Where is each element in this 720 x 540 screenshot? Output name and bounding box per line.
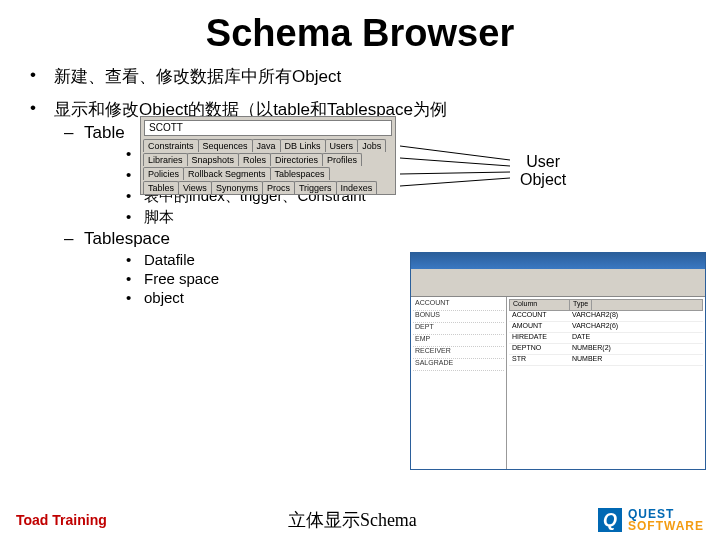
object-list[interactable]: ACCOUNT BONUS DEPT EMP RECEIVER SALGRADE xyxy=(411,297,507,469)
tab-dblinks[interactable]: DB Links xyxy=(280,139,326,152)
tab-constraints[interactable]: Constraints xyxy=(143,139,199,152)
tab-java[interactable]: Java xyxy=(252,139,281,152)
grid-row: AMOUNTVARCHAR2(6) xyxy=(509,322,703,333)
footer-note: 立体显示Schema xyxy=(107,508,598,532)
list-item[interactable]: DEPT xyxy=(413,323,504,335)
toolbar xyxy=(411,269,705,297)
ts-item-3: object xyxy=(144,289,184,306)
tab-indexes[interactable]: Indexes xyxy=(336,181,378,194)
list-item[interactable]: RECEIVER xyxy=(413,347,504,359)
list-item[interactable]: ACCOUNT xyxy=(413,299,504,311)
svg-line-1 xyxy=(400,158,510,166)
tab-policies[interactable]: Policies xyxy=(143,167,184,180)
schema-browser-window: ACCOUNT BONUS DEPT EMP RECEIVER SALGRADE… xyxy=(410,252,706,470)
tab-snapshots[interactable]: Snapshots xyxy=(187,153,240,166)
tab-roles[interactable]: Roles xyxy=(238,153,271,166)
detail-grid: Column Type ACCOUNTVARCHAR2(8) AMOUNTVAR… xyxy=(507,297,705,469)
list-item[interactable]: BONUS xyxy=(413,311,504,323)
bullet-1: 新建、查看、修改数据库中所有Object xyxy=(54,65,341,88)
svg-line-3 xyxy=(400,178,510,186)
quest-logo: Q QUEST SOFTWARE xyxy=(598,508,704,532)
sub-tablespace: Tablespace xyxy=(84,229,170,249)
tab-tables[interactable]: Tables xyxy=(143,181,179,194)
tab-triggers[interactable]: Triggers xyxy=(294,181,337,194)
sub-table: Table xyxy=(84,123,125,143)
ts-item-2: Free space xyxy=(144,270,219,287)
slide-title: Schema Browser xyxy=(0,12,720,55)
grid-row: STRNUMBER xyxy=(509,355,703,366)
tab-views[interactable]: Views xyxy=(178,181,212,194)
logo-q-icon: Q xyxy=(598,508,622,532)
grid-row: ACCOUNTVARCHAR2(8) xyxy=(509,311,703,322)
tab-libraries[interactable]: Libraries xyxy=(143,153,188,166)
grid-row: HIREDATEDATE xyxy=(509,333,703,344)
footer-brand: Toad Training xyxy=(16,512,107,528)
annotation-label: User Object xyxy=(520,153,566,189)
titlebar xyxy=(411,253,705,269)
tab-procs[interactable]: Procs xyxy=(262,181,295,194)
schema-dropdown[interactable]: SCOTT xyxy=(144,120,392,136)
footer: Toad Training 立体显示Schema Q QUEST SOFTWAR… xyxy=(0,508,720,532)
ts-item-1: Datafile xyxy=(144,251,195,268)
tab-jobs[interactable]: Jobs xyxy=(357,139,386,152)
tab-synonyms[interactable]: Synonyms xyxy=(211,181,263,194)
annotation-lines-icon xyxy=(400,138,520,198)
list-item[interactable]: EMP xyxy=(413,335,504,347)
grid-row: DEPTNONUMBER(2) xyxy=(509,344,703,355)
tab-users[interactable]: Users xyxy=(325,139,359,152)
grid-header: Column Type xyxy=(509,299,703,311)
list-item[interactable]: SALGRADE xyxy=(413,359,504,371)
tab-rollback[interactable]: Rollback Segments xyxy=(183,167,271,180)
tab-tablespaces[interactable]: Tablespaces xyxy=(270,167,330,180)
svg-line-0 xyxy=(400,146,510,160)
schema-tabs-panel: SCOTT Constraints Sequences Java DB Link… xyxy=(140,116,396,195)
tab-sequences[interactable]: Sequences xyxy=(198,139,253,152)
table-item-4: 脚本 xyxy=(144,208,174,227)
svg-line-2 xyxy=(400,172,510,174)
tab-directories[interactable]: Directories xyxy=(270,153,323,166)
tab-profiles[interactable]: Profiles xyxy=(322,153,362,166)
